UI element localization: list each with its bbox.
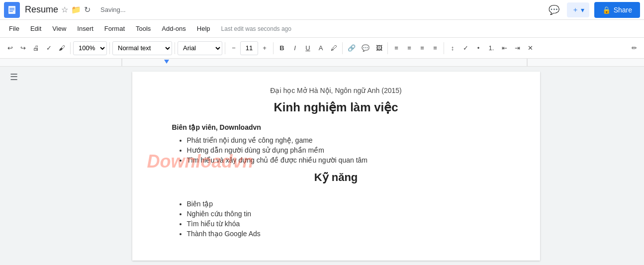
font-select[interactable]: Arial (178, 41, 222, 55)
skill-item-3: Tìm hiểu từ khóa (187, 220, 500, 228)
ruler (0, 59, 644, 67)
skill-item-4: Thành thạo Google Ads (187, 230, 500, 238)
last-edit-status: Last edit was seconds ago (221, 25, 291, 32)
font-size-decrease[interactable]: − (228, 41, 240, 55)
doc-title: Resume (25, 4, 58, 15)
menu-help[interactable]: Help (192, 23, 215, 34)
sep8 (444, 42, 444, 54)
italic-button[interactable]: I (289, 41, 301, 55)
saving-icon: ↻ (84, 5, 91, 14)
star-icon[interactable]: ☆ (61, 5, 68, 14)
toolbar: ↩ ↪ 🖨 ✓ 🖌 100% Normal text Arial − + B I… (0, 38, 644, 59)
font-size-increase[interactable]: + (259, 41, 271, 55)
folder-icon[interactable]: 📁 (71, 5, 81, 14)
svg-rect-4 (0, 59, 644, 67)
font-size-input[interactable] (240, 41, 258, 55)
comment-toolbar-button[interactable]: 💬 (359, 41, 372, 55)
title-bar: Resume ☆ 📁 ↻ Saving... 💬 ＋ ▾ 🔒 Share (0, 0, 644, 20)
menu-format[interactable]: Format (99, 23, 130, 34)
sep1 (70, 42, 71, 54)
sep3 (175, 42, 175, 54)
skill-item-1: Biên tập (187, 200, 500, 208)
undo-button[interactable]: ↩ (4, 41, 16, 55)
font-size-area: − + (228, 41, 271, 55)
sep5 (273, 42, 274, 54)
share-label: Share (614, 6, 632, 14)
text-color-button[interactable]: A (315, 41, 327, 55)
svg-rect-3 (9, 11, 13, 12)
numbered-list-button[interactable]: 1. (485, 41, 497, 55)
outline-icon[interactable]: ☰ (10, 72, 18, 83)
menu-tools[interactable]: Tools (131, 23, 156, 34)
svg-rect-1 (9, 8, 14, 9)
saving-status: Saving... (100, 6, 126, 13)
sep7 (387, 42, 388, 54)
align-center-button[interactable]: ≡ (403, 41, 415, 55)
clear-format-button[interactable]: ✕ (524, 41, 536, 55)
title-icons: ☆ 📁 ↻ (61, 5, 91, 14)
share-button[interactable]: 🔒 Share (594, 2, 640, 18)
sep6 (342, 42, 343, 54)
menu-insert[interactable]: Insert (72, 23, 98, 34)
align-left-button[interactable]: ≡ (390, 41, 402, 55)
bullets-list-2: Biên tập Nghiên cứu thông tin Tìm hiểu t… (187, 200, 500, 238)
zoom-select[interactable]: 100% (73, 41, 107, 55)
align-right-button[interactable]: ≡ (416, 41, 428, 55)
menu-file[interactable]: File (4, 23, 24, 34)
pen-mode-button[interactable]: ✏ (628, 41, 640, 55)
app-icon (4, 2, 20, 18)
doc-position: Biên tập viên, Downloadvn (172, 123, 500, 131)
line-spacing-button[interactable]: ↕ (447, 41, 459, 55)
menu-addons[interactable]: Add-ons (157, 23, 190, 34)
increase-indent-button[interactable]: ⇥ (511, 41, 523, 55)
style-select[interactable]: Normal text (112, 41, 172, 55)
header-right: 💬 ＋ ▾ 🔒 Share (546, 2, 640, 18)
doc-subtitle: Đại học Mở Hà Nội, Ngôn ngữ Anh (2015) (172, 87, 500, 94)
sep2 (109, 42, 110, 54)
section2-title: Kỹ năng (172, 171, 500, 184)
menu-edit[interactable]: Edit (25, 23, 46, 34)
align-justify-button[interactable]: ≡ (429, 41, 441, 55)
svg-rect-2 (9, 9, 14, 10)
image-button[interactable]: 🖼 (373, 41, 385, 55)
bullets-list-1: Phát triển nội dung về công nghệ, game H… (187, 136, 500, 164)
checklist-button[interactable]: ✓ (460, 41, 471, 55)
bullet-item-1: Phát triển nội dung về công nghệ, game (187, 136, 500, 144)
skill-item-2: Nghiên cứu thông tin (187, 210, 500, 218)
decrease-indent-button[interactable]: ⇤ (498, 41, 510, 55)
page-container: Downloadvn Đại học Mở Hà Nội, Ngôn ngữ A… (28, 67, 644, 265)
spellcheck-button[interactable]: ✓ (43, 41, 55, 55)
comment-button[interactable]: 💬 (546, 2, 562, 18)
sep4 (225, 42, 225, 54)
bullet-item-2: Hướng dẫn người dùng sử dụng phần mềm (187, 146, 500, 154)
lock-icon: 🔒 (602, 6, 611, 14)
add-icon: ＋ (572, 5, 579, 14)
section1-title: Kinh nghiệm làm việc (172, 100, 500, 114)
bullet-item-3: Tìm hiểu và xây dựng chủ đề được nhiều n… (187, 156, 500, 164)
print-button[interactable]: 🖨 (30, 41, 42, 55)
bullet-list-button[interactable]: • (472, 41, 484, 55)
document-page[interactable]: Downloadvn Đại học Mở Hà Nội, Ngôn ngữ A… (132, 72, 540, 261)
left-panel: ☰ (0, 67, 28, 265)
doc-area: ☰ Downloadvn Đại học Mở Hà Nội, Ngôn ngữ… (0, 67, 644, 265)
add-chevron: ▾ (581, 6, 584, 14)
bold-button[interactable]: B (276, 41, 288, 55)
redo-button[interactable]: ↪ (17, 41, 29, 55)
highlight-button[interactable]: 🖊 (328, 41, 340, 55)
link-button[interactable]: 🔗 (345, 41, 358, 55)
menu-bar: File Edit View Insert Format Tools Add-o… (0, 20, 644, 38)
underline-button[interactable]: U (302, 41, 314, 55)
paint-format-button[interactable]: 🖌 (56, 41, 68, 55)
menu-view[interactable]: View (47, 23, 71, 34)
add-button[interactable]: ＋ ▾ (567, 2, 589, 17)
